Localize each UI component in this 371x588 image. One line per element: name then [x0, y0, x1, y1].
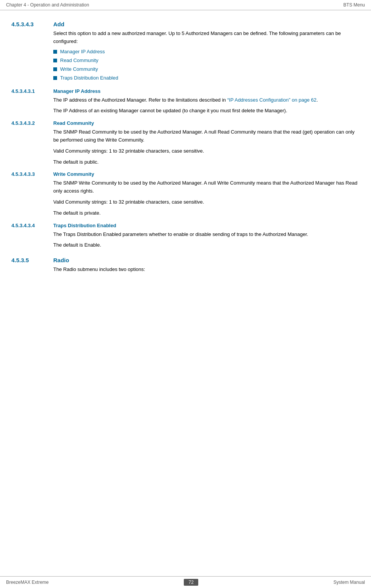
mgr-ip-text-2: The IP Address of an existing Manager ca…: [53, 107, 360, 115]
write-community-text-3: The default is private.: [53, 209, 360, 217]
section-title-read-community: Read Community: [53, 120, 94, 126]
radio-body: The Radio submenu includes two options:: [11, 266, 360, 274]
header-chapter: Chapter 4 - Operation and Administration: [6, 2, 89, 8]
bullet-manager-ip: Manager IP Address: [11, 49, 360, 54]
section-title-write-community: Write Community: [53, 171, 94, 177]
write-community-text-1: The SNMP Write Community to be used by t…: [53, 179, 360, 195]
bullet-label-write-community: Write Community: [60, 66, 98, 72]
write-community-body-2: Valid Community strings: 1 to 32 printab…: [11, 198, 360, 206]
write-community-body-3: The default is private.: [11, 209, 360, 217]
write-community-text-2: Valid Community strings: 1 to 32 printab…: [53, 198, 360, 206]
footer-left: BreezeMAX Extreme: [6, 580, 49, 585]
section-4-5-3-4-3-3: 4.5.3.4.3.3 Write Community: [11, 171, 360, 177]
section-title-radio: Radio: [53, 257, 69, 263]
bullet-label-manager-ip: Manager IP Address: [60, 49, 105, 54]
traps-text-1: The Traps Distribution Enabled parameter…: [53, 231, 360, 239]
read-community-body-3: The default is public.: [11, 158, 360, 166]
bullet-label-traps: Traps Distribution Enabled: [60, 75, 118, 81]
bullet-label-read-community: Read Community: [60, 57, 98, 63]
section-4-5-3-4-3: 4.5.3.4.3 Add: [11, 21, 360, 27]
bullet-traps: Traps Distribution Enabled: [11, 75, 360, 81]
section-num-add: 4.5.3.4.3: [11, 21, 53, 27]
bullet-square-icon: [53, 76, 57, 80]
main-content: 4.5.3.4.3 Add Select this option to add …: [0, 10, 371, 299]
bullet-square-icon: [53, 59, 57, 62]
mgr-ip-body-1: The IP address of the Authorized Manager…: [11, 96, 360, 104]
section-title-add: Add: [53, 21, 64, 27]
read-community-text-3: The default is public.: [53, 158, 360, 166]
footer-right: System Manual: [333, 580, 365, 585]
bullet-square-icon: [53, 50, 57, 54]
footer-page-number: 72: [184, 579, 198, 586]
mgr-ip-body-2: The IP Address of an existing Manager ca…: [11, 107, 360, 115]
bullet-write-community: Write Community: [11, 66, 360, 72]
section-num-write-community: 4.5.3.4.3.3: [11, 171, 53, 177]
traps-body-1: The Traps Distribution Enabled parameter…: [11, 231, 360, 239]
section-title-mgr-ip: Manager IP Address: [53, 88, 100, 94]
section-num-traps: 4.5.3.4.3.4: [11, 223, 53, 228]
page-header: Chapter 4 - Operation and Administration…: [0, 0, 371, 10]
section-add-body: Select this option to add a new authoriz…: [11, 30, 360, 46]
section-title-traps: Traps Distribution Enabled: [53, 223, 116, 228]
write-community-body-1: The SNMP Write Community to be used by t…: [11, 179, 360, 195]
read-community-body-2: Valid Community strings: 1 to 32 printab…: [11, 147, 360, 155]
ip-address-link[interactable]: “IP Addresses Configuration” on page 62: [227, 97, 317, 103]
header-section: BTS Menu: [343, 2, 365, 8]
read-community-text-2: Valid Community strings: 1 to 32 printab…: [53, 147, 360, 155]
section-num-radio: 4.5.3.5: [11, 257, 53, 263]
section-4-5-3-4-3-2: 4.5.3.4.3.2 Read Community: [11, 120, 360, 126]
read-community-body-1: The SNMP Read Community to be used by th…: [11, 128, 360, 144]
traps-text-2: The default is Enable.: [53, 241, 360, 249]
read-community-text-1: The SNMP Read Community to be used by th…: [53, 128, 360, 144]
section-num-read-community: 4.5.3.4.3.2: [11, 120, 53, 126]
bullet-read-community: Read Community: [11, 57, 360, 63]
mgr-ip-text-1: The IP address of the Authorized Manager…: [53, 96, 360, 104]
section-add-text: Select this option to add a new authoriz…: [53, 30, 360, 46]
section-4-5-3-4-3-1: 4.5.3.4.3.1 Manager IP Address: [11, 88, 360, 94]
traps-body-2: The default is Enable.: [11, 241, 360, 249]
radio-text: The Radio submenu includes two options:: [53, 266, 360, 274]
section-num-mgr-ip: 4.5.3.4.3.1: [11, 88, 53, 94]
section-4-5-3-4-3-4: 4.5.3.4.3.4 Traps Distribution Enabled: [11, 223, 360, 228]
section-4-5-3-5: 4.5.3.5 Radio: [11, 257, 360, 263]
page-footer: BreezeMAX Extreme 72 System Manual: [0, 576, 371, 588]
bullet-square-icon: [53, 67, 57, 71]
